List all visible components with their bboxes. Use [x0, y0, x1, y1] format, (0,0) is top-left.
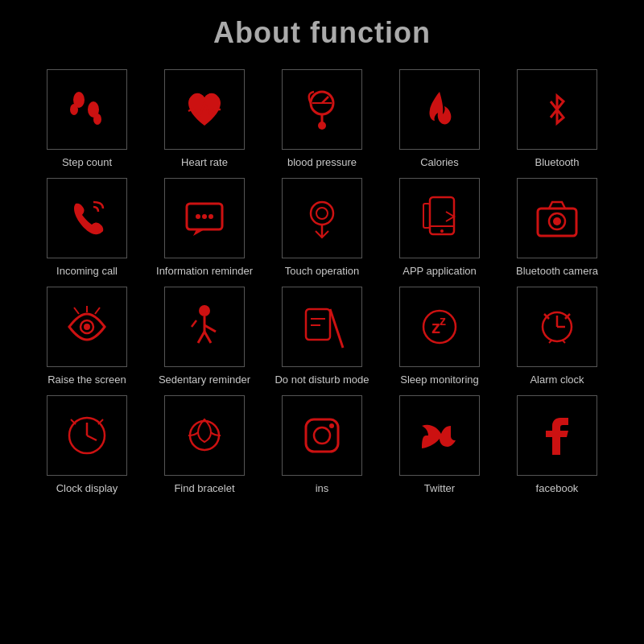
function-item-touch-operation: Touch operation: [267, 178, 377, 279]
svg-point-23: [84, 324, 90, 330]
svg-point-24: [199, 305, 210, 316]
icon-box-clock-display: [47, 395, 127, 476]
function-item-incoming-call: Incoming call: [32, 178, 142, 279]
function-item-alarm-clock: Alarm clock: [502, 287, 612, 387]
page-title: About function: [213, 16, 431, 50]
icon-box-bluetooth: [517, 69, 597, 150]
function-item-app-application: APP application: [385, 178, 494, 279]
function-item-bluetooth-camera: Bluetooth camera: [502, 178, 612, 279]
label-ins: ins: [316, 482, 329, 496]
icon-box-sleep-monitoring: zz: [399, 287, 480, 367]
function-item-information-reminder: Information reminder: [150, 178, 259, 279]
function-item-find-bracelet: Find bracelet: [150, 395, 259, 496]
label-facebook: facebook: [536, 482, 579, 496]
function-item-clock-display: Clock display: [32, 395, 142, 496]
svg-point-14: [316, 208, 328, 219]
function-item-heart-rate: Heart rate: [150, 69, 259, 170]
function-item-twitter: Twitter: [385, 395, 494, 496]
svg-line-8: [322, 97, 328, 103]
svg-rect-15: [430, 197, 454, 234]
function-item-sedentary-reminder: Sedentary reminder: [150, 287, 259, 387]
function-item-ins: ins: [267, 395, 377, 496]
svg-point-45: [329, 423, 334, 428]
function-grid: Step countHeart rateblood pressureCalori…: [32, 69, 612, 496]
label-clock-display: Clock display: [56, 482, 118, 496]
svg-point-44: [314, 427, 330, 444]
icon-box-twitter: [399, 395, 480, 476]
label-do-not-disturb: Do not disturb mode: [275, 374, 369, 387]
icon-box-ins: [282, 395, 362, 476]
label-touch-operation: Touch operation: [285, 265, 360, 279]
icon-box-sedentary-reminder: [164, 287, 245, 367]
icon-box-blood-pressure: [282, 69, 362, 150]
svg-point-10: [196, 214, 200, 219]
icon-box-heart-rate: [164, 69, 245, 150]
svg-point-17: [440, 229, 444, 233]
label-incoming-call: Incoming call: [56, 265, 118, 279]
label-information-reminder: Information reminder: [156, 265, 253, 279]
function-item-blood-pressure: blood pressure: [267, 69, 377, 170]
label-find-bracelet: Find bracelet: [174, 482, 234, 496]
function-item-sleep-monitoring: zzSleep monitoring: [385, 287, 494, 387]
icon-box-incoming-call: [47, 178, 127, 258]
svg-point-11: [202, 214, 207, 219]
label-calories: Calories: [420, 156, 459, 170]
svg-line-39: [87, 436, 97, 440]
icon-box-find-bracelet: [164, 395, 245, 476]
function-item-calories: Calories: [385, 69, 494, 170]
svg-point-6: [318, 122, 326, 130]
svg-point-21: [553, 217, 561, 225]
icon-box-calories: [399, 69, 480, 150]
label-bluetooth: Bluetooth: [535, 156, 580, 170]
label-bluetooth-camera: Bluetooth camera: [516, 265, 598, 279]
icon-box-do-not-disturb: [282, 287, 362, 367]
label-raise-screen: Raise the screen: [47, 374, 126, 387]
svg-point-12: [208, 214, 213, 219]
icon-box-step-count: [47, 69, 127, 150]
svg-text:z: z: [440, 314, 446, 328]
svg-point-2: [70, 104, 78, 115]
icon-box-touch-operation: [282, 178, 362, 258]
function-item-raise-screen: Raise the screen: [32, 287, 142, 387]
icon-box-bluetooth-camera: [517, 178, 597, 258]
icon-box-facebook: [517, 395, 597, 476]
label-sedentary-reminder: Sedentary reminder: [159, 374, 250, 387]
icon-box-information-reminder: [164, 178, 245, 258]
svg-point-13: [311, 202, 333, 225]
svg-line-26: [330, 309, 343, 348]
icon-box-app-application: [399, 178, 480, 258]
label-alarm-clock: Alarm clock: [530, 374, 584, 387]
page: About function Step countHeart rateblood…: [0, 0, 644, 644]
icon-box-raise-screen: [47, 287, 127, 367]
function-item-do-not-disturb: Do not disturb mode: [267, 287, 377, 387]
function-item-bluetooth: Bluetooth: [502, 69, 612, 170]
label-heart-rate: Heart rate: [181, 156, 228, 170]
icon-box-alarm-clock: [517, 287, 597, 367]
label-blood-pressure: blood pressure: [287, 156, 357, 170]
label-sleep-monitoring: Sleep monitoring: [400, 374, 479, 387]
function-item-facebook: facebook: [502, 395, 612, 496]
label-step-count: Step count: [62, 156, 112, 170]
label-twitter: Twitter: [424, 482, 455, 496]
svg-point-3: [93, 114, 101, 125]
function-item-step-count: Step count: [32, 69, 142, 170]
label-app-application: APP application: [402, 265, 477, 279]
svg-point-42: [190, 421, 219, 450]
